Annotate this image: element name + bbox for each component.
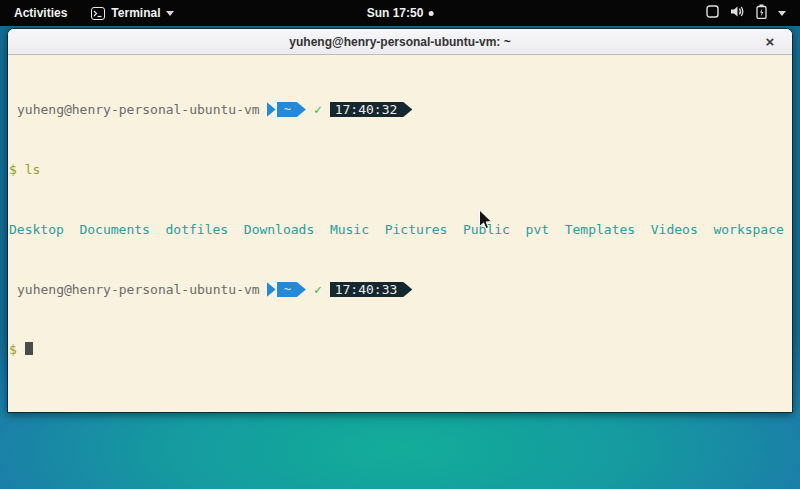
battery-charging-icon — [756, 4, 767, 22]
typed-command: ls — [25, 162, 41, 177]
window-titlebar[interactable]: yuheng@henry-personal-ubuntu-vm: ~ × — [8, 29, 792, 55]
terminal-screen[interactable]: yuheng@henry-personal-ubuntu-vm ~ ✓ 17:4… — [8, 55, 792, 412]
activities-button[interactable]: Activities — [0, 0, 81, 26]
terminal-app-icon — [91, 7, 105, 20]
window-title: yuheng@henry-personal-ubuntu-vm: ~ — [289, 35, 510, 49]
clock-label: Sun 17:50 — [367, 6, 424, 20]
gnome-top-bar: Activities Terminal Sun 17:50 — [0, 0, 800, 26]
powerline-arrow-icon — [267, 282, 276, 297]
prompt-line-1: yuheng@henry-personal-ubuntu-vm ~ ✓ 17:4… — [9, 102, 792, 117]
prompt-time-segment: 17:40:32 — [330, 102, 413, 117]
chevron-down-icon — [778, 11, 786, 16]
prompt-line-2: yuheng@henry-personal-ubuntu-vm ~ ✓ 17:4… — [9, 282, 792, 297]
prompt-path-segment: ~ — [277, 102, 306, 117]
app-menu-terminal[interactable]: Terminal — [81, 0, 184, 26]
command-line: $ ls — [9, 162, 792, 177]
status-check-icon: ✓ — [314, 102, 322, 117]
text-cursor — [25, 342, 33, 355]
spacer — [17, 342, 25, 357]
system-status-area[interactable] — [698, 0, 794, 26]
status-check-icon: ✓ — [314, 282, 322, 297]
prompt-user-host: yuheng@henry-personal-ubuntu-vm — [9, 282, 260, 297]
prompt-time-segment: 17:40:33 — [330, 282, 413, 297]
powerline-arrow-icon — [267, 102, 276, 117]
volume-icon — [730, 5, 745, 21]
notification-dot — [428, 11, 433, 16]
prompt-symbol: $ — [9, 342, 17, 357]
chevron-down-icon — [166, 11, 174, 16]
input-line: $ — [9, 342, 792, 357]
ls-output-line: Desktop Documents dotfiles Downloads Mus… — [9, 222, 792, 237]
prompt-user-host: yuheng@henry-personal-ubuntu-vm — [9, 102, 260, 117]
close-button[interactable]: × — [758, 29, 782, 54]
screen-icon — [706, 5, 719, 21]
clock[interactable]: Sun 17:50 — [367, 0, 434, 26]
terminal-window: yuheng@henry-personal-ubuntu-vm: ~ × yuh… — [7, 28, 793, 413]
ls-output: Desktop Documents dotfiles Downloads Mus… — [9, 222, 784, 237]
prompt-path-segment: ~ — [277, 282, 306, 297]
app-menu-label: Terminal — [111, 6, 160, 20]
spacer — [17, 162, 25, 177]
prompt-symbol: $ — [9, 162, 17, 177]
